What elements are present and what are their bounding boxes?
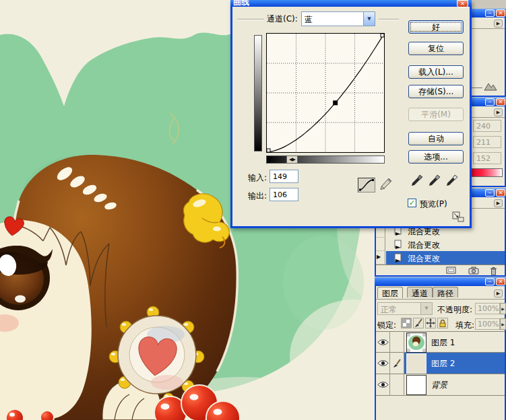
lock-all-icon[interactable] <box>437 318 448 328</box>
curves-dialog: 曲线 × 通道(C): 蓝 ▼ ◀▶ 输入: 输出 <box>230 0 472 228</box>
history-source-checkbox[interactable] <box>376 238 385 251</box>
channel-value: 蓝 <box>305 14 313 26</box>
output-label: 输出: <box>248 190 267 202</box>
dialog-titlebar[interactable]: 曲线 <box>230 0 472 7</box>
chevron-down-icon[interactable]: ▼ <box>363 12 375 26</box>
history-item-selected[interactable]: ▶ 混合更改 <box>376 251 505 265</box>
opacity-spinner-icon[interactable]: ▶ <box>500 303 506 314</box>
gradient-flip-arrows-icon[interactable]: ◀▶ <box>286 155 298 164</box>
close-icon[interactable]: × <box>496 98 505 106</box>
horizontal-gradient-bar <box>266 155 385 164</box>
fill-value[interactable]: 100% <box>475 318 500 330</box>
link-cell[interactable] <box>390 374 404 396</box>
history-toolbar <box>376 265 505 275</box>
gray-point-eyedropper-icon[interactable] <box>427 172 441 188</box>
lock-transparency-icon[interactable] <box>401 318 412 328</box>
lock-image-brush-icon[interactable] <box>413 318 424 328</box>
tab-layers[interactable]: 图层 <box>377 287 403 298</box>
layers-tabrow: 图层 通道 路径 ▶ <box>376 286 505 300</box>
fill-spinner-icon[interactable]: ▶ <box>500 318 506 330</box>
preview-label: 预览(P) <box>420 199 447 210</box>
visibility-cell[interactable] <box>376 353 390 374</box>
new-snapshot-camera-icon[interactable] <box>468 267 480 277</box>
channel-label: 通道(C): <box>267 13 298 25</box>
close-icon[interactable]: × <box>496 9 505 17</box>
photoshop-workspace: – × ▶ – × ▶ 240 211 152 – × ▶ <box>0 0 506 420</box>
fill-label: 填充: <box>455 320 474 331</box>
divider <box>237 19 264 20</box>
history-item[interactable]: 混合更改 <box>376 238 505 251</box>
trash-icon[interactable] <box>490 267 498 278</box>
tab-paths[interactable]: 路径 <box>433 287 458 298</box>
layer-name: 图层 1 <box>431 337 455 349</box>
opacity-label: 不透明度: <box>437 304 472 316</box>
minimize-icon[interactable]: – <box>485 9 495 17</box>
minimize-icon[interactable]: – <box>485 98 495 106</box>
smooth-button[interactable]: 平滑(M) <box>408 108 464 121</box>
dialog-title: 曲线 <box>233 0 249 7</box>
channel-select[interactable]: 蓝 ▼ <box>301 11 375 26</box>
layers-palette: – × 图层 通道 路径 ▶ 正常 ▼ 不透明度: 100% ▶ 锁定: 填充: <box>375 277 506 420</box>
layer-name: 图层 2 <box>431 358 455 370</box>
curve-endpoint-low[interactable] <box>267 149 270 152</box>
palette-menu-icon[interactable]: ▶ <box>494 20 503 28</box>
layer-thumbnail[interactable] <box>406 353 426 374</box>
color-value-b[interactable]: 152 <box>473 152 501 164</box>
pencil-tool-button[interactable] <box>378 176 393 195</box>
layer-name: 背景 <box>431 380 447 391</box>
load-button[interactable]: 载入(L)... <box>408 65 464 79</box>
minimize-icon[interactable]: – <box>485 278 495 285</box>
zoom-in-mountain-icon[interactable] <box>484 81 497 94</box>
lock-label: 锁定: <box>377 320 396 331</box>
palette-menu-icon[interactable]: ▶ <box>494 108 503 116</box>
auto-button[interactable]: 自动 <box>408 132 464 145</box>
minimize-icon[interactable]: – <box>485 189 495 197</box>
history-pointer-icon: ▶ <box>377 254 381 260</box>
resize-grip-icon[interactable] <box>451 211 465 225</box>
chevron-down-icon[interactable]: ▼ <box>420 303 432 314</box>
white-point-eyedropper-icon[interactable] <box>445 172 458 188</box>
curve-point[interactable] <box>333 100 338 105</box>
opacity-value[interactable]: 100% <box>475 303 500 314</box>
link-cell[interactable] <box>390 332 404 353</box>
history-state-icon <box>393 240 403 252</box>
layer-row-1[interactable]: 图层 1 <box>376 331 505 353</box>
close-icon[interactable]: × <box>496 189 505 197</box>
close-icon[interactable]: × <box>457 0 468 7</box>
color-value-g[interactable]: 211 <box>473 136 501 148</box>
layer-thumbnail[interactable] <box>406 332 426 353</box>
history-item-label: 混合更改 <box>408 240 440 251</box>
layer-row-2-selected[interactable]: 图层 2 <box>376 353 505 374</box>
curve-tool-button[interactable] <box>358 178 375 193</box>
palette-menu-icon[interactable]: ▶ <box>494 289 503 298</box>
color-value-r[interactable]: 240 <box>473 120 501 132</box>
input-label: 输入: <box>248 172 267 184</box>
blend-mode-value: 正常 <box>381 304 397 316</box>
input-value-field[interactable] <box>270 170 298 183</box>
visibility-cell[interactable] <box>376 332 390 353</box>
new-document-from-state-icon[interactable] <box>446 267 457 277</box>
output-value-field[interactable] <box>270 188 298 201</box>
vertical-gradient-bar <box>254 35 262 151</box>
history-state-icon <box>393 253 403 265</box>
blend-mode-select[interactable]: 正常 ▼ <box>377 302 433 315</box>
active-brush-icon[interactable] <box>390 353 404 374</box>
visibility-cell[interactable] <box>376 374 390 396</box>
history-item-label: 混合更改 <box>408 253 440 265</box>
curve-grid[interactable] <box>266 33 385 153</box>
layer-thumbnail[interactable] <box>406 375 426 395</box>
layers-titlebar[interactable]: – × <box>375 277 506 286</box>
palette-menu-icon[interactable]: ▶ <box>494 199 503 207</box>
curve-endpoint-high[interactable] <box>381 34 384 37</box>
options-button[interactable]: 选项... <box>408 150 464 164</box>
divider <box>379 19 399 20</box>
reset-button[interactable]: 复位 <box>408 42 464 55</box>
preview-checkbox[interactable]: ✓ <box>408 199 416 207</box>
tab-channels[interactable]: 通道 <box>407 287 433 298</box>
save-button[interactable]: 存储(S)... <box>408 85 464 98</box>
layer-row-background[interactable]: 背景 <box>376 374 505 396</box>
close-icon[interactable]: × <box>496 278 505 285</box>
black-point-eyedropper-icon[interactable] <box>410 172 423 188</box>
ok-button[interactable]: 好 <box>408 20 464 34</box>
lock-position-move-icon[interactable] <box>425 318 436 328</box>
